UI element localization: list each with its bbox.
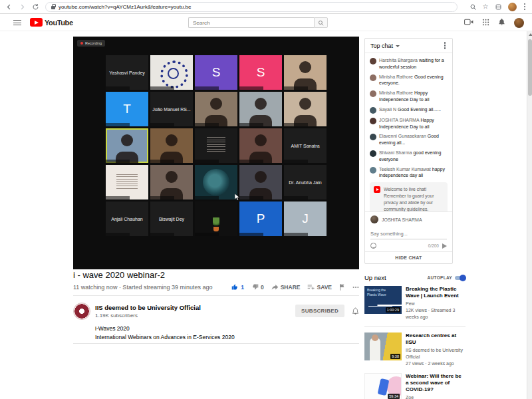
more-actions-icon[interactable]	[352, 286, 359, 289]
reload-icon[interactable]	[32, 3, 39, 11]
suggested-video-meta: 27 views · 2 weeks ago	[406, 360, 466, 367]
suggested-video[interactable]: 59:34 Webinar: Will there be a second wa…	[364, 373, 466, 399]
browser-profile-avatar[interactable]	[508, 3, 517, 11]
chat-author-name[interactable]: Minisha Rathore	[379, 90, 413, 95]
participant-name-tag	[239, 123, 263, 126]
zoom-icon[interactable]	[469, 3, 477, 11]
share-label: SHARE	[281, 284, 301, 291]
watching-count: 11 watching now · Started streaming 39 m…	[73, 284, 212, 291]
browser-menu-icon[interactable]	[524, 6, 526, 8]
scrollbar-thumb[interactable]	[528, 39, 532, 96]
address-bar[interactable]: youtube.com/watch?v=qAYCMz1Aurk&feature=…	[45, 2, 458, 12]
divider	[73, 343, 359, 344]
youtube-header: YouTube	[0, 14, 532, 31]
search-button[interactable]	[314, 17, 328, 28]
chat-menu-icon[interactable]	[444, 45, 446, 47]
video-player[interactable]: Recording Yashasvi Pandey S S	[73, 37, 359, 269]
suggested-video-channel[interactable]: Pew	[406, 301, 466, 307]
chat-author-avatar[interactable]	[370, 150, 376, 157]
bookmark-star-icon[interactable]: ☆	[483, 3, 489, 10]
dislike-count: 0	[261, 284, 264, 291]
video-thumbnail[interactable]: Breaking the Plastic Wave 1:00:29	[364, 286, 402, 314]
suggested-video[interactable]: Breaking the Plastic Wave 1:00:29 Breaki…	[364, 286, 466, 327]
url-text[interactable]: youtube.com/watch?v=qAYCMz1Aurk&feature=…	[59, 4, 192, 10]
suggested-video-title[interactable]: Breaking the Plastic Wave | Launch Event	[406, 286, 466, 299]
channel-name[interactable]: IIS deemed to be University Official	[95, 304, 201, 311]
participant-name-tag	[195, 123, 219, 126]
participant-name-tag	[284, 160, 308, 163]
suggested-video-channel[interactable]: Zoe	[406, 394, 466, 399]
video-info: Webinar: Will there be a second wave of …	[406, 373, 466, 399]
chat-author-name[interactable]: JOSHITA SHARMA	[379, 118, 420, 122]
dislike-button[interactable]: 0	[251, 283, 264, 291]
chevron-down-icon[interactable]	[396, 45, 400, 47]
page-scrollbar[interactable]	[527, 31, 532, 399]
suggested-video[interactable]: 9:38 Research centres at IISU IIS deemed…	[364, 332, 466, 366]
search-input[interactable]	[188, 17, 314, 28]
chat-message-input[interactable]	[370, 230, 447, 239]
participant-tile: Yashasvi Pandey	[106, 55, 148, 90]
participant-label: P	[257, 211, 265, 226]
forward-icon[interactable]	[19, 3, 26, 11]
account-avatar[interactable]	[514, 18, 524, 28]
extension-icon[interactable]	[495, 3, 502, 11]
chat-author-name[interactable]: Teelesh Kumar Kumawat	[379, 167, 431, 172]
chat-author-name[interactable]: Sayali N	[379, 107, 396, 112]
participant-tile	[284, 92, 327, 126]
subscribed-button[interactable]: SUBSCRIBED	[295, 305, 344, 317]
suggested-video-title[interactable]: Research centres at IISU	[406, 332, 466, 346]
participant-label: Dr. Anubha Jain	[287, 180, 323, 185]
chat-message-list[interactable]: Harshita Bhargavawaiting for a wonderful…	[365, 53, 452, 211]
subscription-bell-icon[interactable]	[352, 306, 359, 318]
save-button[interactable]: SAVE	[307, 284, 332, 291]
hamburger-menu-icon[interactable]	[13, 20, 21, 25]
chat-author-avatar[interactable]	[370, 134, 376, 140]
chat-author-avatar[interactable]	[370, 167, 376, 174]
autoplay-toggle[interactable]	[455, 276, 466, 280]
like-button[interactable]: 1	[231, 283, 244, 291]
scrollbar-up-arrow-icon[interactable]	[529, 33, 532, 36]
current-user-name: JOSHITA SHARMA	[382, 217, 422, 222]
video-thumbnail[interactable]: 9:38	[364, 332, 402, 360]
participant-tile	[195, 201, 237, 236]
participant-name-tag	[150, 233, 174, 236]
chat-author-avatar[interactable]	[370, 118, 376, 124]
back-icon[interactable]	[5, 3, 13, 11]
create-video-icon[interactable]	[464, 17, 473, 29]
chat-author-avatar[interactable]	[370, 58, 376, 65]
participant-tile: AMIT Sanatra	[284, 128, 327, 163]
chat-input-section: JOSHITA SHARMA 0/200	[365, 211, 452, 251]
notifications-bell-icon[interactable]	[498, 17, 505, 29]
participant-name-tag	[106, 160, 130, 163]
autoplay-control: AUTOPLAY	[428, 275, 466, 280]
chat-author-avatar[interactable]	[370, 74, 376, 81]
participant-tile	[195, 92, 237, 126]
chat-author-name[interactable]: Harshita Bhargava	[379, 58, 418, 63]
hide-chat-button[interactable]: HIDE CHAT	[365, 251, 452, 263]
youtube-icon	[374, 186, 380, 193]
participant-grid: Yashasvi Pandey S S	[106, 55, 327, 236]
report-flag-icon[interactable]	[339, 283, 345, 291]
chat-author-name[interactable]: Minisha Rathore	[379, 74, 413, 79]
video-duration: 1:00:29	[386, 307, 400, 313]
emoji-icon[interactable]	[370, 243, 376, 249]
chat-author-avatar[interactable]	[370, 107, 376, 114]
participant-name-tag	[106, 123, 130, 126]
video-thumbnail[interactable]: 59:34	[364, 373, 402, 399]
chat-author-avatar[interactable]	[370, 90, 376, 97]
share-button[interactable]: SHARE	[271, 284, 301, 291]
participant-name-tag	[150, 160, 174, 163]
suggested-video-title[interactable]: Webinar: Will there be a second wave of …	[406, 373, 466, 393]
chat-header: Top chat	[365, 39, 452, 53]
chat-author-name[interactable]: Shivani Sharma	[379, 150, 412, 155]
apps-grid-icon[interactable]	[482, 17, 489, 29]
up-next-section: Up next AUTOPLAY Breaking the Plastic Wa…	[364, 274, 466, 399]
channel-avatar[interactable]	[73, 303, 90, 320]
send-icon[interactable]	[442, 243, 447, 249]
chat-author-name[interactable]: Elavenni Gunasekaran	[379, 134, 426, 138]
participant-label: Anjali Chauhan	[109, 217, 144, 221]
youtube-logo[interactable]: YouTube	[30, 18, 73, 27]
description-line: International Webinars on Advances in E-…	[95, 333, 334, 342]
suggested-video-channel[interactable]: IIS deemed to be University Official	[406, 347, 466, 360]
chat-mode-label[interactable]: Top chat	[370, 43, 393, 49]
